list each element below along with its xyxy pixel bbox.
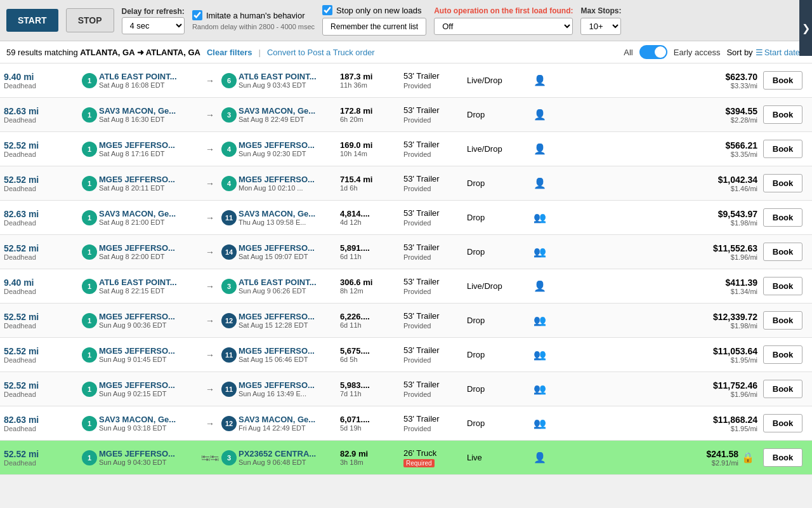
- early-access-toggle[interactable]: [639, 45, 667, 59]
- delay-select[interactable]: 4 sec: [122, 17, 185, 34]
- trailer-prov: Provided: [403, 185, 431, 192]
- book-button[interactable]: Book: [763, 311, 803, 330]
- price-main: $12,339.72: [688, 312, 757, 322]
- stop-button[interactable]: STOP: [66, 8, 114, 32]
- table-row: 52.52 mi Deadhead 1 MGE5 JEFFERSO... Sun…: [0, 338, 812, 372]
- dest-col: ATL6 EAST POINT... Sun Aug 9 06:26 EDT: [239, 277, 340, 295]
- arrow-right-icon: →: [206, 350, 214, 360]
- route-arrow-col: →: [200, 213, 219, 223]
- dest-stop-badge: 11: [221, 382, 237, 397]
- dist-time: 6d 11h: [340, 321, 403, 329]
- dist-time: 6h 20m: [340, 116, 403, 123]
- start-button[interactable]: START: [6, 9, 58, 32]
- dest-time: Sat Aug 15 12:28 EDT: [239, 321, 340, 329]
- dist-mi: 82.9 mi: [340, 449, 403, 458]
- origin-name: SAV3 MACON, Ge...: [99, 209, 200, 218]
- price-per: $1.96/mi: [688, 253, 757, 261]
- remember-button[interactable]: Remember the current list: [322, 18, 426, 36]
- book-button[interactable]: Book: [763, 174, 803, 192]
- origin-time: Sat Aug 8 17:16 EDT: [99, 150, 200, 157]
- price-per: $3.33/mi: [688, 82, 757, 90]
- imitate-row: Imitate a human's behavior: [192, 10, 315, 20]
- origin-name: MGE5 JEFFERSO...: [99, 346, 200, 356]
- dest-col: SAV3 MACON, Ge... Sat Aug 8 22:49 EDT: [239, 106, 340, 123]
- trailer-size: 53' Trailer: [403, 105, 467, 115]
- convert-link[interactable]: Convert to Post a Truck order: [267, 48, 375, 57]
- dest-col: MGE5 JEFFERSO... Sat Aug 15 12:28 EDT: [239, 312, 340, 329]
- dest-name: MGE5 JEFFERSO...: [239, 175, 340, 184]
- load-type: Drop: [467, 384, 524, 394]
- dest-col: SAV3 MACON, Ge... Fri Aug 14 22:49 EDT: [239, 415, 340, 432]
- dist-time: 7d 11h: [340, 390, 403, 398]
- people-icon: 👥: [534, 349, 546, 361]
- origin-name: SAV3 MACON, Ge...: [99, 106, 200, 116]
- dest-name: PX23652 CENTRA...: [239, 449, 340, 458]
- price-main: $566.21: [688, 140, 757, 150]
- deadhead-mi: 82.63 mi: [4, 415, 80, 425]
- arrow-right-icon: →: [206, 247, 214, 257]
- deadhead-mi: 9.40 mi: [4, 277, 80, 288]
- origin-time: Sun Aug 9 03:18 EDT: [99, 424, 200, 432]
- dest-col: MGE5 JEFFERSO... Mon Aug 10 02:10 ...: [239, 175, 340, 192]
- dest-name: ATL6 EAST POINT...: [239, 72, 340, 81]
- price-col: $11,752.46 $1.96/mi: [688, 380, 757, 398]
- people-icon: 👥: [534, 314, 546, 326]
- dest-time: Sat Aug 15 06:46 EDT: [239, 356, 340, 363]
- trailer-size: 53' Trailer: [403, 311, 467, 321]
- book-col: Book: [757, 380, 808, 398]
- book-button[interactable]: Book: [763, 208, 803, 227]
- book-button[interactable]: Book: [763, 345, 803, 364]
- book-button[interactable]: Book: [763, 140, 803, 158]
- max-stops-select[interactable]: 10+: [580, 18, 621, 35]
- dest-col: MGE5 JEFFERSO... Sun Aug 9 02:30 EDT: [239, 140, 340, 157]
- price-main: $394.55: [688, 106, 757, 116]
- arrow-right-icon: →: [206, 213, 214, 223]
- deadhead-col: 52.52 mi Deadhead: [4, 449, 80, 467]
- auto-op-select[interactable]: Off: [434, 18, 573, 35]
- origin-name: SAV3 MACON, Ge...: [99, 415, 200, 424]
- route-arrow-col: →: [200, 384, 219, 394]
- deadhead-mi: 82.63 mi: [4, 106, 80, 116]
- distance-col: 306.6 mi 8h 12m: [340, 277, 403, 295]
- trailer-col: 53' Trailer Provided: [403, 345, 467, 364]
- people-col: 👥: [524, 211, 556, 224]
- distance-col: 4,814.... 4d 12h: [340, 209, 403, 226]
- side-panel-toggle[interactable]: ❯: [799, 0, 812, 56]
- stop-only-checkbox[interactable]: [322, 5, 332, 15]
- book-button[interactable]: Book: [763, 380, 803, 398]
- distance-col: 6,226.... 6d 11h: [340, 312, 403, 329]
- book-button[interactable]: Book: [763, 414, 803, 432]
- book-button[interactable]: Book: [763, 71, 803, 90]
- dest-stop-badge: 3: [221, 450, 237, 465]
- sort-link[interactable]: ☰ Start date ▾: [756, 48, 806, 57]
- book-button[interactable]: Book: [763, 448, 803, 467]
- dist-time: 11h 36m: [340, 81, 403, 89]
- delay-label: Delay for refresh:: [122, 7, 185, 16]
- arrow-right-icon: →: [206, 316, 214, 326]
- deadhead-mi: 52.52 mi: [4, 380, 80, 391]
- book-button[interactable]: Book: [763, 243, 803, 261]
- price-main: $411.39: [688, 277, 757, 288]
- dest-col: MGE5 JEFFERSO... Sun Aug 16 13:49 E...: [239, 380, 340, 398]
- dest-name: MGE5 JEFFERSO...: [239, 312, 340, 321]
- origin-col: SAV3 MACON, Ge... Sat Aug 8 16:30 EDT: [99, 106, 200, 123]
- origin-stop-badge: 1: [82, 382, 97, 397]
- deadhead-mi: 52.52 mi: [4, 449, 80, 459]
- dest-col: MGE5 JEFFERSO... Sat Aug 15 09:07 EDT: [239, 243, 340, 260]
- trailer-prov-wrap: Provided: [403, 184, 467, 193]
- route-arrow-col: →: [200, 247, 219, 257]
- book-col: Book: [757, 105, 808, 124]
- book-col: Book: [757, 174, 808, 192]
- dest-stop-badge: 11: [221, 210, 237, 225]
- imitate-checkbox[interactable]: [192, 10, 202, 20]
- clear-filters-link[interactable]: Clear filters: [207, 48, 252, 57]
- trailer-col: 26' Truck Required: [403, 448, 467, 467]
- load-type-col: Drop: [467, 247, 524, 257]
- table-row: 52.52 mi Deadhead 1 MGE5 JEFFERSO... Sat…: [0, 166, 812, 201]
- book-button[interactable]: Book: [763, 277, 803, 295]
- book-button[interactable]: Book: [763, 105, 803, 124]
- filter-right: All Early access Sort by ☰ Start date ▾: [624, 45, 806, 59]
- people-col: 👥: [524, 314, 556, 326]
- imitate-label: Imitate a human's behavior: [206, 11, 305, 20]
- dist-time: 8h 12m: [340, 287, 403, 295]
